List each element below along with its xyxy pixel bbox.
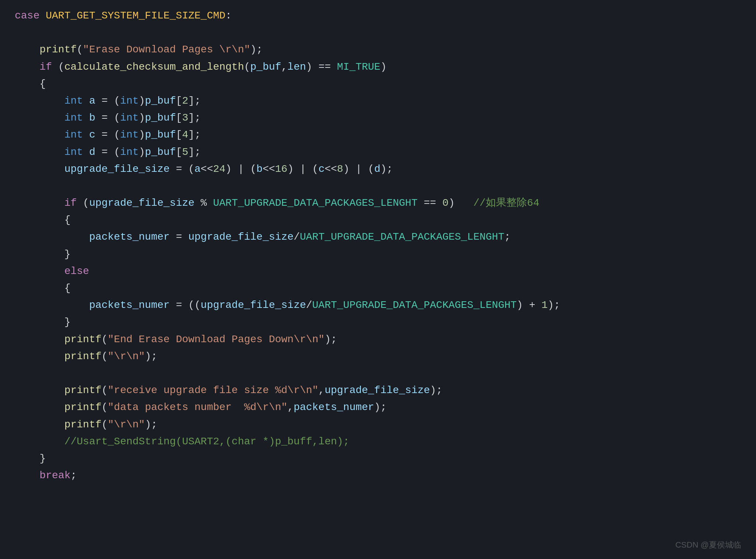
code-token: len <box>287 59 306 76</box>
code-token <box>15 161 64 178</box>
code-token: upgrade_file_size <box>325 382 430 399</box>
code-token: printf <box>15 41 77 58</box>
code-token: upgrade_file_size <box>201 297 306 314</box>
code-token: = <box>95 126 114 143</box>
code-token <box>83 144 89 161</box>
code-token: ); <box>325 331 337 348</box>
code-token: 1 <box>541 297 548 314</box>
code-token <box>15 126 64 143</box>
code-token: "\r\n" <box>108 348 145 365</box>
code-token: break <box>39 467 70 484</box>
code-line: printf("\r\n"); <box>15 348 741 365</box>
code-token <box>15 331 64 348</box>
code-line: { <box>15 280 741 297</box>
code-line: printf("Erase Download Pages \r\n"); <box>15 41 741 58</box>
code-token <box>15 467 39 484</box>
code-token: ) <box>139 110 145 126</box>
code-token: , <box>287 399 294 416</box>
code-token: 2 <box>182 93 188 110</box>
code-line <box>15 24 741 41</box>
code-token: = <box>95 144 114 161</box>
code-token <box>15 263 64 280</box>
code-token <box>15 93 64 110</box>
code-token: ( <box>114 93 120 110</box>
code-line: printf("data packets number %d\r\n",pack… <box>15 399 741 416</box>
code-line: else <box>15 263 741 280</box>
code-line <box>15 178 741 195</box>
code-block: case UART_GET_SYSTEM_FILE_SIZE_CMD: prin… <box>15 7 741 484</box>
code-token: p_buf <box>250 59 281 76</box>
code-token: } <box>15 246 70 263</box>
code-token <box>83 110 89 126</box>
code-line: } <box>15 450 741 467</box>
code-token: 5 <box>182 144 188 161</box>
code-token: "\r\n" <box>108 416 145 433</box>
code-token: ); <box>548 297 560 314</box>
code-token <box>15 110 64 126</box>
code-token: ) <box>380 59 386 76</box>
code-token: ; <box>70 467 77 484</box>
code-token: printf <box>64 399 101 416</box>
watermark: CSDN @夏侯城临 <box>675 538 741 552</box>
code-line: //Usart_SendString(USART2,(char *)p_buff… <box>15 433 741 450</box>
code-line: upgrade_file_size = (a<<24) | (b<<16) | … <box>15 161 741 178</box>
code-line <box>15 365 741 382</box>
code-token: ); <box>145 416 157 433</box>
code-token: packets_numer <box>89 297 170 314</box>
code-token <box>83 93 89 110</box>
code-token: ) <box>139 126 145 143</box>
code-token: c <box>89 126 96 143</box>
code-token: packets_numer <box>294 399 374 416</box>
code-token: ( <box>77 195 89 212</box>
code-token: b <box>256 161 263 178</box>
code-token <box>15 297 89 314</box>
code-line: printf("\r\n"); <box>15 416 741 433</box>
code-token: "End Erase Download Pages Down\r\n" <box>108 331 325 348</box>
code-token: int <box>120 126 139 143</box>
code-line: if (calculate_checksum_and_length(p_buf,… <box>15 59 741 76</box>
code-token: ]; <box>188 126 201 143</box>
code-token: ( <box>114 126 120 143</box>
code-token <box>15 229 89 246</box>
code-line: packets_numer = upgrade_file_size/UART_U… <box>15 229 741 246</box>
code-token: << <box>263 161 275 178</box>
code-token: case <box>15 7 46 24</box>
code-token: , <box>318 382 325 399</box>
code-token: ]; <box>188 110 201 126</box>
code-token: //如果整除64 <box>461 195 540 212</box>
code-token: c <box>318 161 325 178</box>
code-token: "receive upgrade file size %d\r\n" <box>108 382 318 399</box>
code-token: 24 <box>213 161 226 178</box>
code-token: = <box>95 93 114 110</box>
code-token: 4 <box>182 126 188 143</box>
code-token: upgrade_file_size <box>64 161 170 178</box>
code-token: = <box>170 229 188 246</box>
code-token: p_buf <box>145 144 176 161</box>
code-token: ) == <box>306 59 337 76</box>
code-token: 3 <box>182 110 188 126</box>
code-token: UART_UPGRADE_DATA_PACKAGES_LENGHT <box>213 195 418 212</box>
code-token: calculate_checksum_and_length <box>64 59 244 76</box>
code-token: [ <box>176 144 182 161</box>
code-token: upgrade_file_size <box>188 229 294 246</box>
code-token <box>15 348 64 365</box>
code-token: : <box>225 7 232 24</box>
code-token: else <box>64 263 89 280</box>
code-token: , <box>281 59 288 76</box>
code-token: ) + <box>517 297 541 314</box>
code-token: printf <box>64 331 101 348</box>
code-token: "data packets number %d\r\n" <box>108 399 287 416</box>
code-token: ]; <box>188 93 201 110</box>
code-token: } <box>15 314 70 331</box>
code-token: b <box>89 110 96 126</box>
code-token: ) | ( <box>287 161 318 178</box>
code-token: ) <box>448 195 461 212</box>
code-token: ); <box>374 399 387 416</box>
code-token: packets_numer <box>89 229 170 246</box>
code-token: int <box>120 93 139 110</box>
code-token: if <box>15 59 52 76</box>
code-token: ( <box>101 348 108 365</box>
code-token: ( <box>101 399 108 416</box>
code-token: ( <box>101 331 108 348</box>
code-token: "Erase Download Pages \r\n" <box>83 41 250 58</box>
